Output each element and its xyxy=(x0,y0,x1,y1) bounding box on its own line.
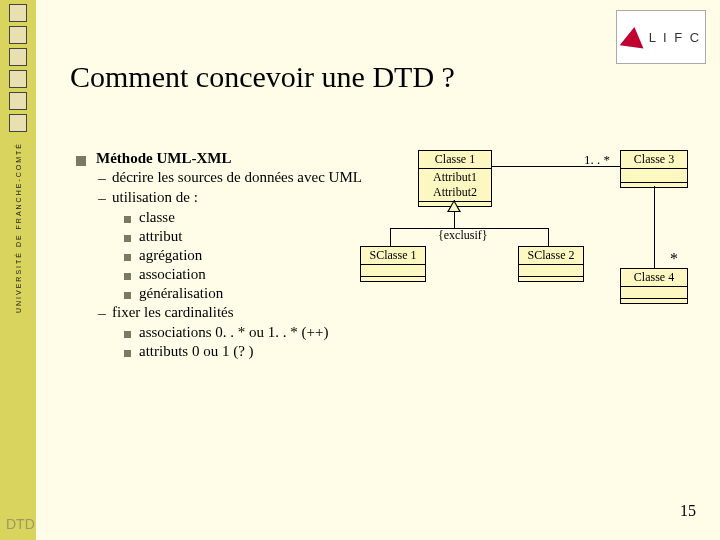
bullet-icon xyxy=(124,235,131,242)
gen-line xyxy=(548,228,549,246)
sub2-item: généralisation xyxy=(139,285,223,302)
content-list: Méthode UML-XML – décrire les sources de… xyxy=(76,150,376,362)
bullet-sub2: utilisation de : xyxy=(112,189,198,206)
sub3-item: associations 0. . * ou 1. . * (++) xyxy=(139,324,328,341)
footer-left: DTD xyxy=(6,516,35,532)
uml-diagram: Classe 1 Attribut1 Attribut2 Classe 3 1.… xyxy=(370,150,710,370)
dash-icon: – xyxy=(98,170,106,187)
exclusif-constraint: {exclusif} xyxy=(438,228,488,243)
sub2-item: attribut xyxy=(139,228,182,245)
uml-classe4-name: Classe 4 xyxy=(621,269,687,287)
bullet-icon xyxy=(124,350,131,357)
strip-icon-2 xyxy=(9,26,27,44)
uml-classe1-attr2: Attribut2 xyxy=(425,185,485,200)
logo-triangle-icon xyxy=(619,25,646,48)
uml-classe3-name: Classe 3 xyxy=(621,151,687,169)
uml-classe3: Classe 3 xyxy=(620,150,688,188)
gen-line xyxy=(454,212,455,228)
bullet-icon xyxy=(124,216,131,223)
sub2-item: classe xyxy=(139,209,175,226)
uml-sclasse1-name: SClasse 1 xyxy=(361,247,425,265)
left-sidebar: UNIVERSITÉ DE FRANCHE-COMTÉ xyxy=(0,0,36,540)
uml-sclasse1: SClasse 1 xyxy=(360,246,426,282)
bullet-icon xyxy=(124,273,131,280)
uml-classe1: Classe 1 Attribut1 Attribut2 xyxy=(418,150,492,207)
strip-icon-6 xyxy=(9,114,27,132)
dash-icon: – xyxy=(98,305,106,322)
strip-icon-3 xyxy=(9,48,27,66)
strip-icon-1 xyxy=(9,4,27,22)
generalization-arrow-icon xyxy=(447,200,461,212)
sub2-item: association xyxy=(139,266,206,283)
logo-text: L I F C xyxy=(649,30,702,45)
page-number: 15 xyxy=(680,502,696,520)
slide-title: Comment concevoir une DTD ? xyxy=(70,60,455,94)
bullet-sub1: décrire les sources de données avec UML xyxy=(112,169,362,186)
uml-classe1-name: Classe 1 xyxy=(419,151,491,169)
strip-icon-5 xyxy=(9,92,27,110)
gen-line xyxy=(390,228,391,246)
uml-classe1-attr1: Attribut1 xyxy=(425,170,485,185)
assoc-line-c3-c4 xyxy=(654,186,655,268)
bullet-icon xyxy=(124,331,131,338)
uml-classe4: Classe 4 xyxy=(620,268,688,304)
assoc-c1-c3-mult: 1. . * xyxy=(584,152,610,168)
assoc-c3-c4-mult: * xyxy=(670,250,678,268)
bullet-icon xyxy=(76,156,86,166)
bullet-icon xyxy=(124,254,131,261)
uml-sclasse2: SClasse 2 xyxy=(518,246,584,282)
bullet-method: Méthode UML-XML xyxy=(96,150,231,167)
org-label: UNIVERSITÉ DE FRANCHE-COMTÉ xyxy=(15,142,22,313)
sub2-item: agrégation xyxy=(139,247,202,264)
strip-icon-4 xyxy=(9,70,27,88)
bullet-sub3: fixer les cardinalités xyxy=(112,304,234,321)
uml-sclasse2-name: SClasse 2 xyxy=(519,247,583,265)
bullet-icon xyxy=(124,292,131,299)
sub3-item: attributs 0 ou 1 (? ) xyxy=(139,343,254,360)
dash-icon: – xyxy=(98,190,106,207)
lifc-logo: L I F C xyxy=(616,10,706,64)
